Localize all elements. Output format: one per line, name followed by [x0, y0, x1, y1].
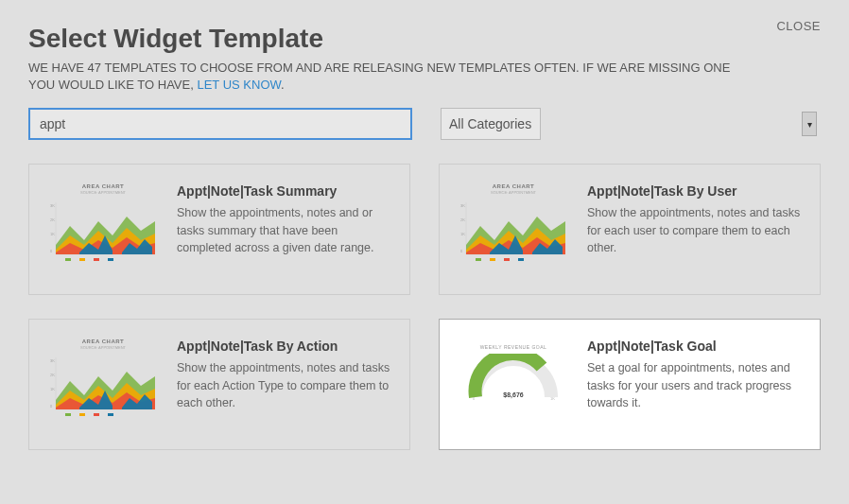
svg-text:2K: 2K [50, 373, 55, 377]
svg-rect-27 [79, 413, 85, 416]
card-body: Appt|Note|Task By Action Show the appoin… [177, 339, 392, 423]
svg-rect-26 [65, 413, 71, 416]
svg-text:2K: 2K [50, 217, 55, 222]
let-us-know-link[interactable]: LET US KNOW [197, 78, 281, 92]
template-card[interactable]: AREA CHART SOURCE: APPOINTMENT 3K 2K 1K … [439, 164, 821, 295]
thumb-title: AREA CHART [46, 339, 160, 344]
svg-rect-29 [108, 413, 113, 416]
subtitle-suffix: . [281, 78, 285, 92]
close-button[interactable]: CLOSE [776, 19, 821, 33]
svg-rect-7 [79, 258, 85, 261]
area-chart-thumb: AREA CHART SOURCE: APPOINTMENT 3K 2K 1K … [457, 183, 570, 268]
svg-text:1K: 1K [50, 232, 55, 236]
svg-text:1K: 1K [460, 232, 465, 236]
area-chart-thumb: AREA CHART SOURCE: APPOINTMENT 3K 2K 1K … [46, 183, 160, 268]
subtitle-text: WE HAVE 47 TEMPLATES TO CHOOSE FROM AND … [28, 61, 730, 92]
svg-rect-9 [108, 258, 113, 261]
thumb-subtitle: SOURCE: APPOINTMENT [46, 190, 160, 195]
gauge-thumb: WEEKLY REVENUE GOAL 0 1K $8,676 [457, 339, 570, 423]
template-card[interactable]: AREA CHART SOURCE: APPOINTMENT 3K 2K 1K … [28, 164, 410, 295]
thumb-subtitle: SOURCE: APPOINTMENT [457, 190, 570, 195]
svg-rect-18 [504, 258, 510, 261]
chevron-down-icon: ▾ [802, 112, 817, 136]
area-chart-icon: 3K 2K 1K 0 [46, 353, 160, 419]
card-title: Appt|Note|Task Summary [177, 183, 392, 199]
card-title: Appt|Note|Task By User [587, 183, 803, 199]
gauge-title: WEEKLY REVENUE GOAL [460, 344, 566, 350]
svg-text:3K: 3K [50, 358, 55, 363]
svg-text:0: 0 [50, 404, 53, 408]
svg-text:2K: 2K [460, 217, 465, 222]
card-title: Appt|Note|Task Goal [587, 339, 803, 354]
svg-rect-17 [490, 258, 495, 261]
card-body: Appt|Note|Task By User Show the appointm… [587, 183, 803, 268]
page-title: Select Widget Template [28, 24, 821, 54]
search-input[interactable] [28, 108, 412, 140]
svg-rect-8 [94, 258, 99, 261]
card-body: Appt|Note|Task Goal Set a goal for appoi… [587, 339, 803, 423]
area-chart-icon: 3K 2K 1K 0 [46, 198, 160, 264]
svg-text:3K: 3K [50, 203, 55, 208]
svg-text:0: 0 [50, 249, 53, 253]
card-description: Show the appointments, notes and tasks f… [177, 359, 392, 410]
page-subtitle: WE HAVE 47 TEMPLATES TO CHOOSE FROM AND … [28, 60, 747, 94]
thumb-title: AREA CHART [46, 183, 160, 189]
gauge-value: $8,676 [460, 391, 566, 398]
template-card[interactable]: WEEKLY REVENUE GOAL 0 1K $8,676 Appt|Not… [439, 319, 821, 450]
svg-text:1K: 1K [50, 387, 55, 391]
template-grid: AREA CHART SOURCE: APPOINTMENT 3K 2K 1K … [28, 164, 821, 450]
area-chart-thumb: AREA CHART SOURCE: APPOINTMENT 3K 2K 1K … [46, 339, 160, 423]
filter-controls: All Categories ▾ [28, 108, 821, 140]
svg-text:0: 0 [460, 249, 463, 253]
card-description: Show the appointments, notes and tasks f… [587, 204, 803, 255]
svg-rect-16 [476, 258, 481, 261]
svg-rect-6 [65, 258, 71, 261]
card-description: Show the appointments, notes and or task… [177, 204, 392, 255]
card-body: Appt|Note|Task Summary Show the appointm… [177, 183, 392, 268]
svg-text:3K: 3K [460, 203, 465, 208]
thumb-subtitle: SOURCE: APPOINTMENT [46, 345, 160, 350]
category-select[interactable]: All Categories [441, 108, 541, 140]
template-card[interactable]: AREA CHART SOURCE: APPOINTMENT 3K 2K 1K … [28, 319, 410, 450]
thumb-title: AREA CHART [457, 183, 570, 189]
card-title: Appt|Note|Task By Action [177, 339, 392, 354]
svg-rect-28 [94, 413, 99, 416]
area-chart-icon: 3K 2K 1K 0 [457, 198, 570, 264]
card-description: Set a goal for appointments, notes and t… [587, 359, 803, 410]
modal-container: Select Widget Template WE HAVE 47 TEMPLA… [0, 0, 849, 478]
svg-rect-19 [518, 258, 524, 261]
